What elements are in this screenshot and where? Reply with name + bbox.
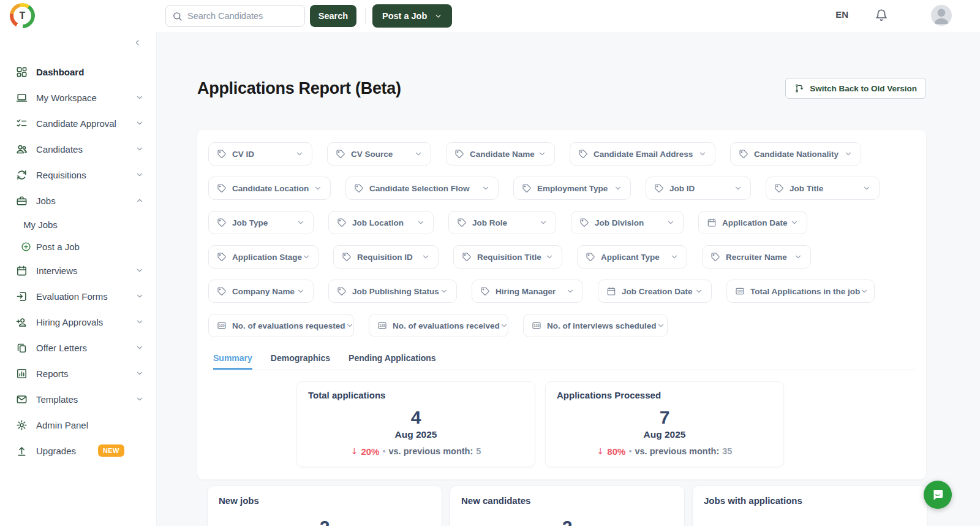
tag-icon	[336, 149, 345, 159]
filter-chip-job-type[interactable]: Job Type	[208, 211, 314, 234]
sidebar-item-reports[interactable]: Reports	[0, 360, 156, 386]
chevron-down-icon	[500, 321, 508, 330]
filter-chip-requisition-id[interactable]: Requisition ID	[333, 245, 439, 269]
chevron-down-icon	[657, 321, 665, 330]
number-icon	[532, 321, 541, 330]
tag-icon	[454, 149, 464, 159]
filter-chip-label: Recruiter Name	[726, 253, 787, 262]
sidebar-item-candidates[interactable]: Candidates	[0, 136, 156, 162]
filter-chip-job-division[interactable]: Job Division	[571, 211, 684, 234]
sidebar-item-offer-letters[interactable]: Offer Letters	[0, 335, 156, 360]
number-icon	[377, 321, 387, 330]
sidebar-item-evaluation-forms[interactable]: Evaluation Forms	[0, 283, 156, 309]
filter-chip-no-of-evaluations-requested[interactable]: No. of evaluations requested	[208, 314, 354, 337]
filter-chip-candidate-nationality[interactable]: Candidate Nationality	[730, 142, 861, 166]
sidebar-item-interviews[interactable]: Interviews	[0, 257, 156, 283]
tab-pending-applications[interactable]: Pending Applications	[349, 353, 436, 370]
post-a-job-button[interactable]: Post a Job	[372, 4, 452, 28]
calendar-icon	[606, 286, 616, 296]
app-logo[interactable]: T	[10, 3, 35, 28]
sidebar-item-my-jobs[interactable]: My Jobs	[0, 213, 156, 235]
filter-chip-hiring-manager[interactable]: Hiring Manager	[472, 280, 583, 303]
sidebar-item-label: Interviews	[36, 265, 127, 276]
filter-chip-total-applications-in-the-job[interactable]: Total Applications in the job	[726, 280, 875, 303]
tab-summary[interactable]: Summary	[213, 353, 252, 370]
chevron-down-icon	[666, 218, 675, 227]
filter-chip-label: No. of evaluations received	[393, 321, 500, 330]
calendar-icon	[707, 218, 717, 227]
filter-chip-job-id[interactable]: Job ID	[646, 177, 751, 200]
search-input[interactable]	[187, 11, 292, 21]
tag-icon	[462, 252, 472, 262]
briefcase-icon	[16, 195, 28, 207]
filter-chip-requisition-title[interactable]: Requisition Title	[453, 245, 562, 269]
topbar-divider	[365, 7, 366, 25]
filter-chip-label: Hiring Manager	[496, 287, 556, 296]
filter-chip-cv-source[interactable]: CV Source	[327, 142, 431, 166]
sidebar-item-candidate-approval[interactable]: Candidate Approval	[0, 110, 156, 136]
search-button[interactable]: Search	[310, 5, 356, 27]
sidebar-item-label: Requisitions	[36, 170, 127, 180]
filter-chip-no-of-evaluations-received[interactable]: No. of evaluations received	[369, 314, 508, 337]
chevron-down-icon	[135, 145, 144, 153]
filter-chip-job-publishing-status[interactable]: Job Publishing Status	[328, 280, 457, 303]
sidebar-item-label: Evaluation Forms	[36, 291, 127, 302]
tag-icon	[217, 286, 227, 296]
filter-chips: CV ID CV Source Candidate Name Candidate…	[208, 142, 915, 337]
tag-icon	[579, 218, 589, 227]
filter-chip-employment-type[interactable]: Employment Type	[513, 177, 631, 200]
chat-widget-button[interactable]	[924, 481, 952, 509]
chevron-down-icon	[440, 287, 448, 295]
sidebar-item-my-workspace[interactable]: My Workspace	[0, 85, 156, 110]
filter-chip-candidate-email-address[interactable]: Candidate Email Address	[570, 142, 715, 166]
filter-chip-company-name[interactable]: Company Name	[208, 280, 314, 303]
sidebar-item-post-a-job[interactable]: Post a Job	[0, 235, 156, 257]
sidebar-item-label: Reports	[36, 368, 127, 379]
sidebar-collapse-icon[interactable]	[134, 39, 141, 47]
filter-chip-candidate-selection-flow[interactable]: Candidate Selection Flow	[345, 177, 499, 200]
chevron-down-icon	[345, 321, 354, 330]
notifications-bell-icon[interactable]	[875, 9, 888, 22]
sidebar-item-templates[interactable]: Templates	[0, 386, 156, 412]
filter-chip-job-role[interactable]: Job Role	[448, 211, 556, 234]
filter-chip-label: Job Title	[790, 184, 823, 193]
filter-chip-cv-id[interactable]: CV ID	[208, 142, 312, 166]
sidebar-item-admin-panel[interactable]: Admin Panel	[0, 412, 156, 438]
chevron-down-icon	[135, 395, 144, 403]
sidebar-item-jobs[interactable]: Jobs	[0, 188, 156, 213]
sidebar-item-upgrades[interactable]: Upgrades NEW	[0, 438, 156, 463]
filter-chip-application-stage[interactable]: Application Stage	[208, 245, 318, 269]
card-title: New candidates	[461, 495, 673, 507]
tag-icon	[710, 252, 720, 262]
checklist-icon	[16, 118, 28, 129]
sidebar-item-hiring-approvals[interactable]: Hiring Approvals	[0, 309, 156, 335]
stat-previous-value: 5	[476, 446, 481, 456]
filter-chip-applicant-type[interactable]: Applicant Type	[577, 245, 687, 269]
filter-chip-job-title[interactable]: Job Title	[766, 177, 880, 200]
filter-chip-label: Candidate Selection Flow	[369, 184, 470, 193]
filter-chip-label: Application Stage	[232, 253, 302, 262]
filter-chip-label: CV ID	[232, 150, 254, 159]
user-avatar[interactable]	[931, 5, 952, 26]
search-candidates-box[interactable]	[165, 5, 305, 27]
filter-chip-candidate-name[interactable]: Candidate Name	[446, 142, 555, 166]
filter-chip-recruiter-name[interactable]: Recruiter Name	[702, 245, 811, 269]
filter-chip-label: Job Publishing Status	[352, 287, 439, 296]
number-icon	[217, 321, 227, 330]
language-switcher[interactable]: EN	[835, 9, 848, 20]
bullet-separator	[628, 446, 631, 456]
filter-chip-no-of-interviews-scheduled[interactable]: No. of interviews scheduled	[523, 314, 668, 337]
switch-back-to-old-version-button[interactable]: Switch Back to Old Version	[785, 78, 926, 99]
filter-chip-job-creation-date[interactable]: Job Creation Date	[598, 280, 712, 303]
tab-demographics[interactable]: Demographics	[271, 353, 330, 370]
filter-chip-job-location[interactable]: Job Location	[328, 211, 434, 234]
filter-chip-label: Total Applications in the job	[750, 287, 860, 296]
sidebar-item-dashboard[interactable]: Dashboard	[0, 59, 156, 85]
sidebar-item-label: Upgrades	[36, 446, 76, 456]
tag-icon	[774, 183, 784, 193]
filter-chip-application-date[interactable]: Application Date	[698, 211, 807, 234]
filter-chip-label: Company Name	[232, 287, 295, 296]
sidebar-item-requisitions[interactable]: Requisitions	[0, 162, 156, 188]
search-icon	[172, 11, 183, 21]
filter-chip-candidate-location[interactable]: Candidate Location	[208, 177, 331, 200]
